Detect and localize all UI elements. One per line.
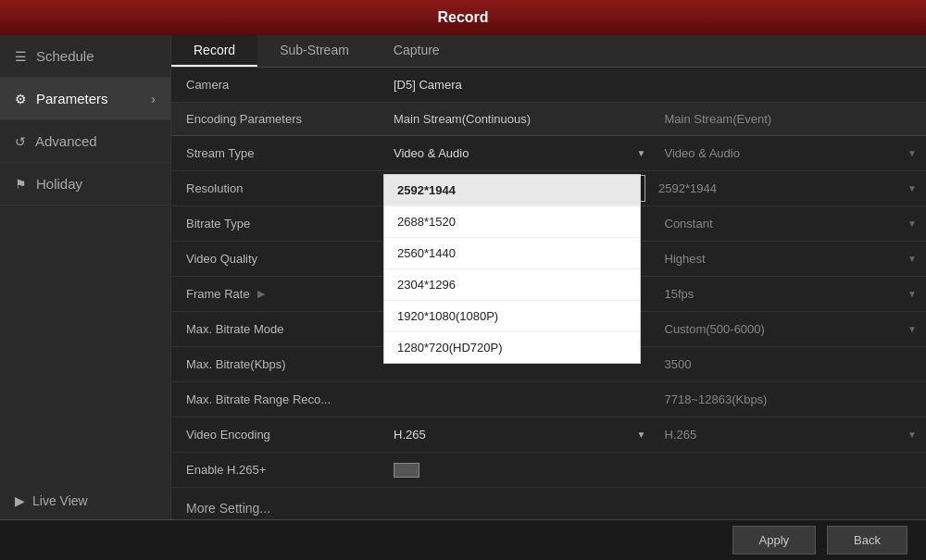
label-max-bitrate-kbps: Max. Bitrate(Kbps) <box>171 350 384 379</box>
sidebar-item-schedule[interactable]: ☰ Schedule <box>0 35 170 78</box>
sidebar-item-advanced[interactable]: ↺ Advanced <box>0 120 170 163</box>
label-video-encoding: Video Encoding <box>171 420 384 449</box>
dropdown-option-2560-1440[interactable]: 2560*1440 <box>384 238 640 269</box>
value-camera2 <box>656 80 927 91</box>
value-video-encoding1[interactable]: H.265 ▼ <box>384 422 656 447</box>
label-stream-type: Stream Type <box>171 139 384 168</box>
parameters-icon: ⚙ <box>15 92 27 106</box>
value-encoding2: Main Stream(Event) <box>656 106 927 131</box>
label-video-quality: Video Quality <box>171 244 384 273</box>
stream-type2-dropdown-arrow: ▼ <box>907 148 917 158</box>
row-video-encoding: Video Encoding H.265 ▼ H.265 ▼ <box>171 417 926 453</box>
value-stream-type2[interactable]: Video & Audio ▼ <box>656 141 927 166</box>
value-max-bitrate-range2: 7718~12863(Kbps) <box>656 387 927 412</box>
value-camera: [D5] Camera <box>384 72 656 97</box>
value-video-encoding2[interactable]: H.265 ▼ <box>656 422 927 447</box>
value-max-bitrate-mode2[interactable]: Custom(500-6000) ▼ <box>656 317 927 342</box>
value-enable-h265 <box>384 457 656 483</box>
sidebar-label-advanced: Advanced <box>35 133 97 149</box>
title-text: Record <box>437 9 488 26</box>
video-quality-dropdown-arrow: ▼ <box>907 254 917 264</box>
parameters-arrow: › <box>151 91 156 106</box>
title-bar: Record <box>0 0 926 35</box>
sidebar-item-liveview[interactable]: ▶ Live View <box>0 482 170 519</box>
label-max-bitrate-mode: Max. Bitrate Mode <box>171 315 384 343</box>
value-stream-type1[interactable]: Video & Audio ▼ <box>384 141 656 166</box>
row-camera: Camera [D5] Camera <box>171 68 926 103</box>
max-bitrate-mode-dropdown-arrow: ▼ <box>907 324 917 334</box>
frame-rate-icon: ▶ <box>257 288 265 300</box>
holiday-icon: ⚑ <box>15 177 27 192</box>
apply-button[interactable]: Apply <box>732 526 817 554</box>
label-enable-h265: Enable H.265+ <box>171 455 384 484</box>
label-camera: Camera <box>171 70 384 99</box>
label-bitrate-type: Bitrate Type <box>171 209 384 238</box>
row-max-bitrate-range: Max. Bitrate Range Reco... 7718~12863(Kb… <box>171 382 926 417</box>
value-enable-h265-2 <box>656 465 927 476</box>
sidebar: ☰ Schedule ⚙ Parameters › ↺ Advanced ⚑ H… <box>0 35 171 519</box>
more-setting-link[interactable]: More Setting... <box>171 488 926 529</box>
row-enable-h265: Enable H.265+ <box>171 453 926 488</box>
row-encoding-params: Encoding Parameters Main Stream(Continuo… <box>171 103 926 136</box>
dropdown-option-2304-1296[interactable]: 2304*1296 <box>384 269 640 301</box>
tab-capture[interactable]: Capture <box>371 35 462 67</box>
value-bitrate-type2[interactable]: Constant ▼ <box>656 211 927 236</box>
resolution-dropdown: 2592*1944 2688*1520 2560*1440 2304*1296 … <box>383 174 641 364</box>
tabs-bar: Record Sub-Stream Capture <box>171 35 926 68</box>
label-max-bitrate-range: Max. Bitrate Range Reco... <box>171 385 384 414</box>
main-layout: ☰ Schedule ⚙ Parameters › ↺ Advanced ⚑ H… <box>0 35 926 519</box>
stream-type-dropdown-arrow: ▼ <box>637 148 646 158</box>
tab-substream[interactable]: Sub-Stream <box>257 35 371 67</box>
value-encoding1: Main Stream(Continuous) <box>384 106 656 131</box>
value-max-bitrate-kbps2: 3500 <box>656 352 927 377</box>
tab-record[interactable]: Record <box>171 35 257 67</box>
back-button[interactable]: Back <box>827 526 907 554</box>
row-stream-type: Stream Type Video & Audio ▼ Video & Audi… <box>171 136 926 171</box>
sidebar-item-holiday[interactable]: ⚑ Holiday <box>0 163 170 205</box>
h265-checkbox[interactable] <box>394 463 419 478</box>
resolution2-dropdown-arrow: ▼ <box>907 183 917 193</box>
sidebar-label-liveview: Live View <box>32 493 88 508</box>
content-area: Record Sub-Stream Capture Camera [D5] Ca… <box>171 35 926 519</box>
advanced-icon: ↺ <box>15 134 26 149</box>
label-resolution: Resolution <box>171 174 384 203</box>
frame-rate-dropdown-arrow: ▼ <box>907 289 917 299</box>
params-table: Camera [D5] Camera Encoding Parameters M… <box>171 68 926 529</box>
sidebar-label-schedule: Schedule <box>36 48 94 64</box>
dropdown-option-2592-1944[interactable]: 2592*1944 <box>384 175 640 206</box>
dropdown-option-1920-1080[interactable]: 1920*1080(1080P) <box>384 301 640 332</box>
video-encoding2-dropdown-arrow: ▼ <box>907 429 917 440</box>
label-frame-rate: Frame Rate▶ <box>171 280 384 308</box>
sidebar-label-holiday: Holiday <box>36 176 82 192</box>
sidebar-item-parameters[interactable]: ⚙ Parameters › <box>0 78 170 120</box>
dropdown-option-1280-720[interactable]: 1280*720(HD720P) <box>384 332 640 363</box>
video-encoding-dropdown-arrow: ▼ <box>637 429 646 440</box>
bitrate-type-dropdown-arrow: ▼ <box>907 218 917 229</box>
schedule-icon: ☰ <box>15 49 27 64</box>
value-resolution2[interactable]: 2592*1944 ▼ <box>649 176 926 201</box>
sidebar-label-parameters: Parameters <box>36 91 108 106</box>
liveview-icon: ▶ <box>15 493 25 508</box>
value-frame-rate2[interactable]: 15fps ▼ <box>656 281 927 306</box>
value-max-bitrate-range1 <box>384 394 656 405</box>
label-encoding: Encoding Parameters <box>171 106 384 131</box>
dropdown-option-2688-1520[interactable]: 2688*1520 <box>384 206 640 238</box>
value-video-quality2[interactable]: Highest ▼ <box>656 246 927 271</box>
